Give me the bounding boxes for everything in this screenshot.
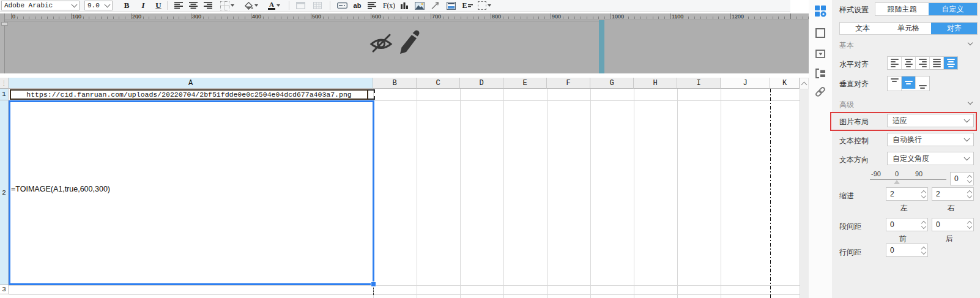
spinner-arrows[interactable] bbox=[968, 222, 971, 228]
column-header-h[interactable]: H bbox=[634, 78, 677, 89]
angle-slider-track[interactable] bbox=[870, 179, 946, 180]
sidebar-float-element-button[interactable] bbox=[814, 67, 826, 80]
dashed-box-icon bbox=[478, 1, 486, 10]
chevron-down-icon[interactable] bbox=[488, 4, 491, 7]
insert-formula-button[interactable]: F(x) bbox=[381, 1, 397, 10]
halign-distributed-button[interactable] bbox=[944, 57, 957, 69]
vertical-scrollbar[interactable] bbox=[800, 78, 809, 298]
column-header-g[interactable]: G bbox=[590, 78, 634, 89]
border-grid-icon bbox=[220, 1, 229, 10]
insert-subreport-button[interactable] bbox=[444, 1, 458, 10]
selection-drag-handle[interactable] bbox=[371, 281, 376, 287]
custom-button[interactable]: 自定义 bbox=[929, 3, 977, 15]
para-after-spinner[interactable]: 0 bbox=[932, 218, 974, 231]
insert-frame-button-disabled[interactable] bbox=[294, 1, 306, 10]
spinner-arrows[interactable] bbox=[968, 176, 971, 182]
chevron-down-icon[interactable] bbox=[72, 2, 78, 8]
cell-a2-formula[interactable]: =TOIMAGE(A1,true,600,300) bbox=[11, 185, 110, 193]
chevron-down-icon[interactable] bbox=[105, 2, 111, 8]
angle-min-label: -90 bbox=[871, 170, 881, 177]
font-size-combo[interactable]: 9.0 bbox=[84, 1, 113, 10]
sidebar-cell-attributes-button[interactable] bbox=[814, 5, 826, 17]
angle-slider-handle[interactable] bbox=[894, 180, 900, 184]
text-direction-dropdown[interactable]: 自定义角度 bbox=[887, 152, 974, 165]
cell-a1[interactable]: https://cid.fanruan.com/uploads/20220704… bbox=[10, 89, 368, 100]
column-header-k[interactable]: K bbox=[770, 78, 800, 89]
section-basic-header[interactable]: 基本 bbox=[839, 40, 854, 51]
column-header-e[interactable]: E bbox=[503, 78, 547, 89]
insert-text-button[interactable]: ab bbox=[352, 1, 363, 10]
row-header-3[interactable]: 3 bbox=[0, 285, 9, 294]
chevron-down-icon[interactable] bbox=[231, 4, 234, 7]
valign-bottom-button[interactable] bbox=[916, 76, 929, 91]
row-header-2[interactable]: 2 bbox=[0, 100, 9, 285]
column-header-d[interactable]: D bbox=[460, 78, 503, 89]
cell-border-box-button[interactable] bbox=[477, 1, 492, 10]
column-header-c[interactable]: C bbox=[417, 78, 460, 89]
scroll-up-button[interactable] bbox=[800, 78, 809, 89]
tab-cell[interactable]: 单元格 bbox=[886, 23, 932, 34]
horizontal-align-group bbox=[887, 56, 958, 70]
section-advanced-header[interactable]: 高级 bbox=[839, 100, 854, 110]
sheet-corner[interactable]: ⋮ bbox=[0, 78, 9, 89]
column-header-b[interactable]: B bbox=[373, 78, 417, 89]
insert-table-button-disabled[interactable] bbox=[311, 1, 324, 10]
insert-line-button[interactable] bbox=[429, 1, 441, 10]
chevron-down-icon[interactable] bbox=[277, 4, 280, 7]
align-center-button[interactable] bbox=[188, 1, 199, 10]
bias-cell-button[interactable]: E bbox=[460, 1, 475, 10]
frame-icon bbox=[814, 27, 826, 39]
ruler-label: 900 bbox=[552, 13, 561, 20]
align-left-button[interactable] bbox=[173, 1, 184, 10]
spinner-arrows[interactable] bbox=[922, 191, 926, 198]
halign-right-button[interactable] bbox=[916, 57, 930, 69]
tab-text[interactable]: 文本 bbox=[840, 23, 886, 34]
underline-button[interactable]: U bbox=[153, 1, 164, 10]
edit-band-button[interactable] bbox=[396, 29, 422, 58]
font-family-combo[interactable]: Adobe Arabic bbox=[1, 1, 80, 10]
ruler-label: 700 bbox=[432, 13, 441, 20]
halign-center-button[interactable] bbox=[902, 57, 916, 69]
insert-image-button[interactable] bbox=[413, 1, 426, 10]
indent-right-spinner[interactable]: 2 bbox=[932, 187, 974, 201]
column-header-f[interactable]: F bbox=[547, 78, 590, 89]
hide-band-button[interactable] bbox=[368, 32, 394, 56]
valign-top-button[interactable] bbox=[888, 76, 902, 91]
halign-left-button[interactable] bbox=[888, 57, 902, 69]
angle-max-label: 90 bbox=[915, 170, 922, 177]
sidebar-widget-button[interactable] bbox=[814, 48, 826, 60]
text-control-label: 文本控制 bbox=[839, 136, 869, 146]
paragraph-button[interactable] bbox=[366, 1, 378, 10]
spinner-arrows[interactable] bbox=[922, 247, 926, 254]
chevron-down-icon[interactable] bbox=[254, 4, 258, 7]
follow-theme-button[interactable]: 跟随主题 bbox=[875, 3, 929, 15]
para-before-spinner[interactable]: 0 bbox=[886, 218, 928, 231]
column-header-j[interactable]: J bbox=[721, 78, 770, 89]
text-control-dropdown[interactable]: 自动换行 bbox=[887, 133, 974, 146]
tab-align[interactable]: 对齐 bbox=[931, 23, 977, 34]
line-spacing-spinner[interactable]: 0 bbox=[886, 244, 928, 257]
italic-button[interactable]: I bbox=[138, 1, 149, 10]
bar-chart-icon bbox=[400, 2, 409, 9]
insert-chart-button[interactable] bbox=[398, 1, 410, 10]
page-margin-marker[interactable] bbox=[599, 20, 604, 73]
insert-field-button[interactable] bbox=[335, 1, 349, 10]
align-right-button[interactable] bbox=[202, 1, 213, 10]
sidebar-frame-button[interactable] bbox=[814, 27, 826, 39]
halign-justify-button[interactable] bbox=[930, 57, 944, 69]
column-header-i[interactable]: I bbox=[677, 78, 721, 89]
indent-left-spinner[interactable]: 2 bbox=[886, 187, 928, 201]
valign-middle-button[interactable] bbox=[902, 76, 916, 89]
sidebar-hyperlink-button[interactable] bbox=[814, 86, 826, 98]
angle-spinner[interactable]: 0 bbox=[950, 172, 974, 185]
corner-block bbox=[1, 22, 8, 26]
column-header-a[interactable]: A bbox=[9, 78, 373, 89]
fill-color-button[interactable] bbox=[242, 1, 259, 10]
gridline bbox=[590, 89, 591, 298]
font-color-button[interactable]: A bbox=[265, 1, 283, 10]
border-style-button[interactable] bbox=[219, 1, 235, 10]
spinner-arrows[interactable] bbox=[968, 191, 971, 198]
row-header-1[interactable]: 1 bbox=[0, 89, 9, 100]
spinner-arrows[interactable] bbox=[922, 222, 926, 228]
bold-button[interactable]: B bbox=[121, 1, 132, 10]
